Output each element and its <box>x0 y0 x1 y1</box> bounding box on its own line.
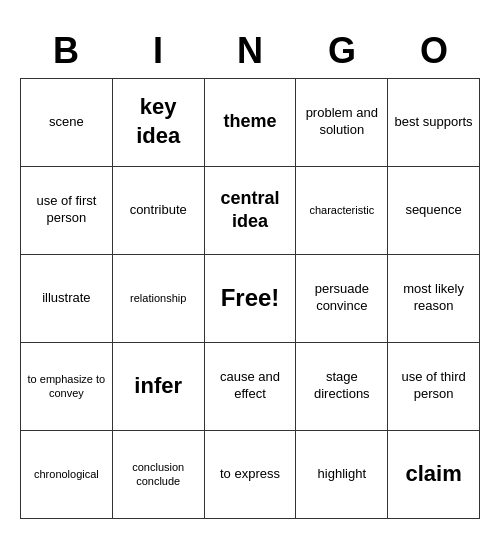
bingo-cell: characteristic <box>296 167 388 255</box>
bingo-cell: theme <box>205 79 297 167</box>
cell-text: conclusion conclude <box>117 460 200 489</box>
cell-text: relationship <box>130 291 186 305</box>
cell-text: to emphasize to convey <box>25 372 108 401</box>
bingo-cell: most likely reason <box>388 255 480 343</box>
bingo-cell: infer <box>113 343 205 431</box>
header-letter: I <box>112 26 204 76</box>
bingo-cell: use of first person <box>21 167 113 255</box>
bingo-grid: scenekey ideathemeproblem and solutionbe… <box>20 78 480 519</box>
bingo-cell: claim <box>388 431 480 519</box>
bingo-cell: conclusion conclude <box>113 431 205 519</box>
cell-text: illustrate <box>42 290 90 307</box>
bingo-header: BINGO <box>20 26 480 76</box>
cell-text: most likely reason <box>392 281 475 315</box>
header-letter: G <box>296 26 388 76</box>
cell-text: claim <box>405 460 461 489</box>
bingo-cell: persuade convince <box>296 255 388 343</box>
bingo-cell: relationship <box>113 255 205 343</box>
cell-text: highlight <box>318 466 366 483</box>
bingo-cell: Free! <box>205 255 297 343</box>
header-letter: O <box>388 26 480 76</box>
cell-text: use of first person <box>25 193 108 227</box>
bingo-cell: contribute <box>113 167 205 255</box>
bingo-cell: chronological <box>21 431 113 519</box>
cell-text: problem and solution <box>300 105 383 139</box>
cell-text: central idea <box>209 187 292 234</box>
cell-text: characteristic <box>309 203 374 217</box>
cell-text: use of third person <box>392 369 475 403</box>
cell-text: sequence <box>405 202 461 219</box>
bingo-cell: sequence <box>388 167 480 255</box>
cell-text: infer <box>134 372 182 401</box>
cell-text: to express <box>220 466 280 483</box>
cell-text: persuade convince <box>300 281 383 315</box>
cell-text: best supports <box>395 114 473 131</box>
bingo-cell: best supports <box>388 79 480 167</box>
cell-text: contribute <box>130 202 187 219</box>
cell-text: key idea <box>117 93 200 150</box>
header-letter: N <box>204 26 296 76</box>
cell-text: scene <box>49 114 84 131</box>
cell-text: stage directions <box>300 369 383 403</box>
cell-text: Free! <box>221 282 280 313</box>
bingo-card: BINGO scenekey ideathemeproblem and solu… <box>10 16 490 529</box>
bingo-cell: highlight <box>296 431 388 519</box>
bingo-cell: problem and solution <box>296 79 388 167</box>
cell-text: cause and effect <box>209 369 292 403</box>
bingo-cell: to express <box>205 431 297 519</box>
bingo-cell: to emphasize to convey <box>21 343 113 431</box>
bingo-cell: central idea <box>205 167 297 255</box>
bingo-cell: scene <box>21 79 113 167</box>
bingo-cell: cause and effect <box>205 343 297 431</box>
bingo-cell: illustrate <box>21 255 113 343</box>
bingo-cell: stage directions <box>296 343 388 431</box>
cell-text: chronological <box>34 467 99 481</box>
bingo-cell: use of third person <box>388 343 480 431</box>
header-letter: B <box>20 26 112 76</box>
cell-text: theme <box>223 110 276 133</box>
bingo-cell: key idea <box>113 79 205 167</box>
